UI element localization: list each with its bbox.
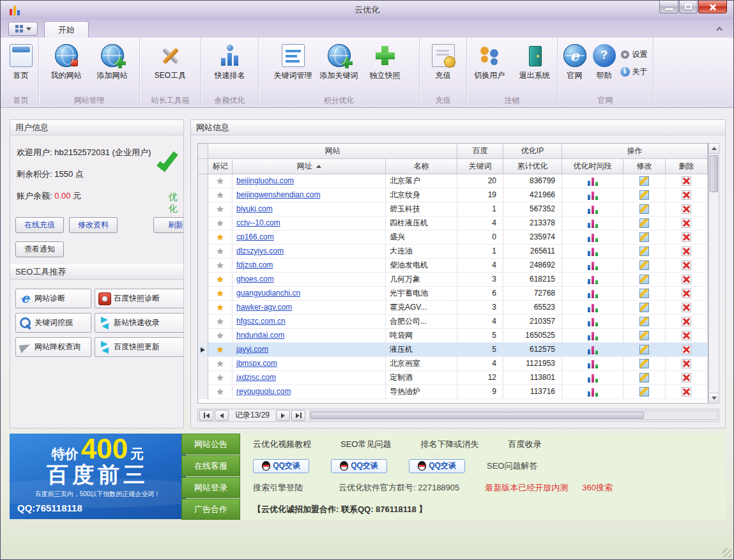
delete-icon[interactable] — [682, 261, 691, 270]
first-record-button[interactable] — [199, 410, 213, 421]
table-row[interactable]: fdjzsb.com 柴油发电机 4 248692 — [198, 259, 708, 273]
site-url-link[interactable]: cctv--10.com — [236, 218, 280, 227]
titlebar[interactable]: 云优化 — [1, 1, 733, 20]
table-row[interactable]: hawker-agv.com 霍克AGV... 3 65523 — [198, 301, 708, 315]
site-url-link[interactable]: beijingluohu.com — [236, 176, 294, 185]
vertical-scrollbar[interactable] — [708, 143, 719, 404]
last-record-button[interactable] — [291, 410, 305, 421]
close-button[interactable] — [698, 1, 727, 13]
scroll-up-button[interactable] — [709, 144, 719, 154]
minimize-button[interactable] — [659, 1, 678, 13]
edit-icon[interactable] — [639, 204, 649, 214]
recharge-button[interactable]: 充值 — [424, 42, 463, 93]
next-record-button[interactable] — [276, 410, 290, 421]
star-cell[interactable] — [208, 301, 233, 315]
header-operation-group[interactable]: 操作 — [562, 144, 708, 159]
star-cell[interactable] — [208, 231, 233, 245]
optimization-chart-icon[interactable] — [586, 232, 599, 242]
table-row[interactable]: biyukj.com 碧玉科技 1 567352 — [198, 202, 708, 216]
qq-chat-button[interactable]: QQ交谈 — [253, 459, 309, 473]
star-cell[interactable] — [208, 385, 233, 399]
optimization-chart-icon[interactable] — [586, 331, 599, 340]
edit-icon[interactable] — [639, 303, 649, 312]
star-cell[interactable] — [208, 371, 233, 385]
my-sites-button[interactable]: 我的网站 — [43, 42, 89, 93]
scrollbar-thumb[interactable] — [710, 155, 718, 192]
delete-icon[interactable] — [682, 176, 691, 186]
keyword-manager-button[interactable]: 关键词管理 — [270, 42, 316, 93]
notice-link[interactable]: 百度收录 — [508, 439, 541, 450]
exit-system-button[interactable]: 退出系统 — [512, 42, 558, 93]
delete-icon[interactable] — [682, 204, 691, 214]
official-site-button[interactable]: 官网 — [560, 42, 590, 93]
notice-link[interactable]: 云优化视频教程 — [253, 439, 311, 450]
edit-icon[interactable] — [639, 331, 649, 340]
refresh-button[interactable]: 刷新 — [153, 217, 184, 233]
delete-icon[interactable] — [682, 246, 691, 256]
edit-icon[interactable] — [639, 232, 649, 242]
header-keywords[interactable]: 关键词 — [457, 159, 503, 174]
header-site-group[interactable]: 网站 — [208, 144, 457, 159]
notice-link[interactable]: 排名下降或消失 — [420, 439, 478, 450]
optimization-chart-icon[interactable] — [586, 359, 599, 368]
snapshot-update-button[interactable]: 百度快照更新 — [95, 337, 184, 357]
edit-profile-button[interactable]: 修改资料 — [69, 217, 118, 233]
table-row[interactable]: cp166.com 盛兴 0 235974 — [198, 231, 708, 245]
optimization-chart-icon[interactable] — [586, 261, 599, 270]
optimization-chart-icon[interactable] — [586, 289, 599, 298]
site-url-link[interactable]: hfgszc.com.cn — [236, 317, 286, 326]
header-ip-group[interactable]: 优化IP — [503, 144, 562, 159]
star-cell[interactable] — [208, 343, 233, 357]
optimization-chart-icon[interactable] — [586, 246, 599, 256]
previous-record-button[interactable] — [215, 410, 229, 421]
edit-icon[interactable] — [639, 275, 649, 284]
delete-icon[interactable] — [682, 218, 691, 228]
optimization-chart-icon[interactable] — [586, 345, 599, 354]
table-row[interactable]: beijingwenshendian.com 北京纹身 19 421966 — [198, 188, 708, 202]
site-url-link[interactable]: biyukj.com — [236, 204, 273, 213]
star-cell[interactable] — [208, 174, 233, 188]
star-cell[interactable] — [208, 202, 233, 216]
star-cell[interactable] — [208, 329, 233, 343]
edit-icon[interactable] — [639, 261, 649, 270]
table-row[interactable]: ghoes.com 几何万象 3 618215 — [198, 273, 708, 287]
notice-link[interactable]: SEO常见问题 — [340, 439, 391, 450]
edit-icon[interactable] — [639, 387, 649, 397]
star-cell[interactable] — [208, 216, 233, 231]
edit-icon[interactable] — [639, 289, 649, 298]
ribbon-collapse-button[interactable] — [714, 24, 726, 34]
site-url-link[interactable]: guangyudianchi.cn — [236, 289, 300, 298]
site-url-link[interactable]: reyouguolu.com — [236, 387, 291, 396]
qq-chat-button[interactable]: QQ交谈 — [331, 459, 387, 473]
optimization-chart-icon[interactable] — [586, 317, 599, 326]
table-row[interactable]: hfgszc.com.cn 合肥公司... 4 210357 — [198, 315, 708, 329]
online-recharge-button[interactable]: 在线充值 — [15, 217, 64, 233]
header-edit[interactable]: 修改 — [623, 159, 666, 174]
star-cell[interactable] — [208, 245, 233, 259]
scrollbar-thumb[interactable] — [310, 412, 644, 419]
star-cell[interactable] — [208, 357, 233, 371]
switch-user-button[interactable]: 切换用户 — [467, 42, 512, 93]
header-mark[interactable]: 标记 — [208, 159, 233, 174]
edit-icon[interactable] — [639, 317, 649, 326]
header-baidu-group[interactable]: 百度 — [457, 144, 503, 159]
site-url-link[interactable]: beijingwenshendian.com — [236, 190, 320, 199]
delete-icon[interactable] — [682, 359, 691, 368]
header-delete[interactable]: 删除 — [666, 159, 708, 174]
optimization-chart-icon[interactable] — [586, 176, 599, 186]
table-row[interactable]: jayyj.com 液压机 5 612575 — [198, 343, 708, 357]
settings-button[interactable]: 设置 — [620, 49, 650, 60]
header-period[interactable]: 优化时间段 — [562, 159, 623, 174]
delete-icon[interactable] — [682, 317, 691, 326]
quick-rank-button[interactable]: 快速排名 — [204, 42, 256, 93]
optimization-chart-icon[interactable] — [586, 275, 599, 284]
optimization-chart-icon[interactable] — [586, 190, 599, 200]
seo-tools-button[interactable]: SEO工具 — [145, 42, 196, 93]
edit-icon[interactable] — [639, 176, 649, 186]
site-url-link[interactable]: hndundai.com — [236, 331, 284, 340]
seo-answer-text[interactable]: SEO问题解答 — [487, 460, 537, 472]
horizontal-scrollbar[interactable] — [309, 411, 717, 420]
table-row[interactable]: beijingluohu.com 北京落户 20 836799 — [198, 174, 708, 188]
keyword-dig-button[interactable]: 关键词挖掘 — [15, 313, 91, 333]
home-button[interactable]: 首页 — [5, 42, 37, 93]
